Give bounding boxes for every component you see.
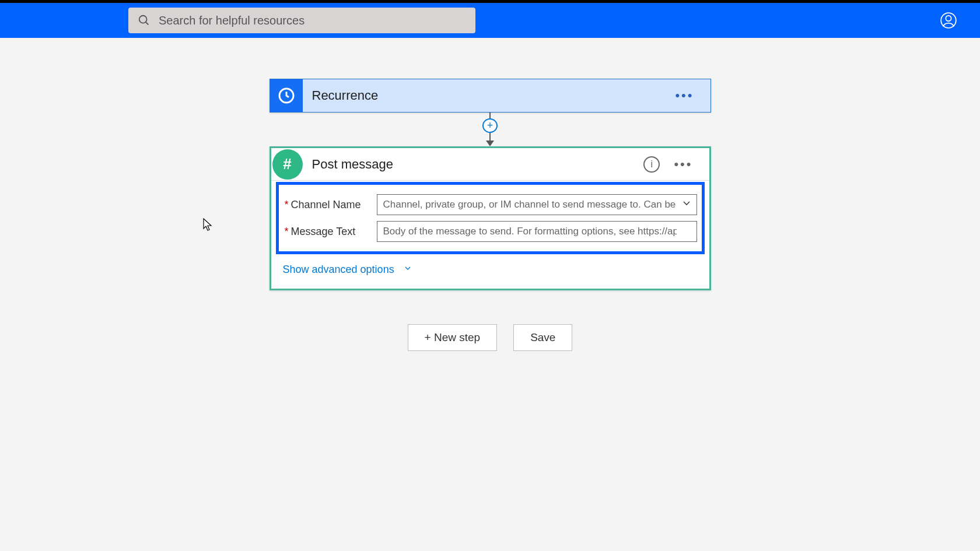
channel-name-input[interactable] [377, 194, 697, 215]
designer-canvas: Recurrence ••• + # Post message i ••• *C… [0, 38, 980, 351]
clock-icon [270, 79, 303, 112]
recurrence-title: Recurrence [303, 88, 676, 103]
message-text-row: *Message Text [284, 221, 697, 242]
show-advanced-options[interactable]: Show advanced options [271, 255, 709, 289]
connector-line [489, 113, 491, 118]
arrow-icon [486, 141, 494, 146]
action-buttons: + New step Save [408, 324, 573, 351]
cursor-icon [203, 218, 214, 232]
chevron-down-icon [403, 264, 412, 276]
top-bar [0, 3, 980, 38]
recurrence-card[interactable]: Recurrence ••• [270, 79, 711, 113]
connector: + [482, 113, 498, 146]
channel-name-input-wrap [377, 194, 697, 215]
highlighted-fields: *Channel Name *Message Text [276, 182, 705, 254]
info-icon[interactable]: i [643, 156, 660, 173]
svg-point-0 [139, 16, 147, 23]
add-step-icon[interactable]: + [482, 118, 498, 133]
svg-line-1 [146, 22, 149, 25]
post-message-more-icon[interactable]: ••• [674, 157, 709, 172]
search-box[interactable] [128, 8, 475, 33]
channel-name-row: *Channel Name [284, 194, 697, 215]
save-button[interactable]: Save [513, 324, 572, 351]
slack-icon: # [272, 149, 303, 180]
post-message-title: Post message [303, 157, 644, 172]
message-text-label-text: Message Text [291, 226, 356, 237]
recurrence-more-icon[interactable]: ••• [675, 88, 710, 103]
message-text-label: *Message Text [284, 226, 377, 238]
show-advanced-options-label: Show advanced options [283, 264, 394, 275]
connector-line [489, 133, 491, 141]
channel-name-label: *Channel Name [284, 199, 377, 211]
post-message-card: # Post message i ••• *Channel Name *Mes [270, 146, 711, 290]
post-message-header[interactable]: # Post message i ••• [271, 148, 709, 181]
svg-point-3 [946, 16, 951, 21]
search-icon [138, 14, 150, 27]
message-text-input[interactable] [377, 221, 697, 242]
new-step-button[interactable]: + New step [408, 324, 498, 351]
message-text-input-wrap [377, 221, 697, 242]
required-marker: * [285, 226, 289, 237]
avatar-icon[interactable] [940, 12, 957, 29]
search-input[interactable] [158, 13, 470, 28]
channel-name-label-text: Channel Name [291, 199, 361, 210]
required-marker: * [285, 199, 289, 210]
